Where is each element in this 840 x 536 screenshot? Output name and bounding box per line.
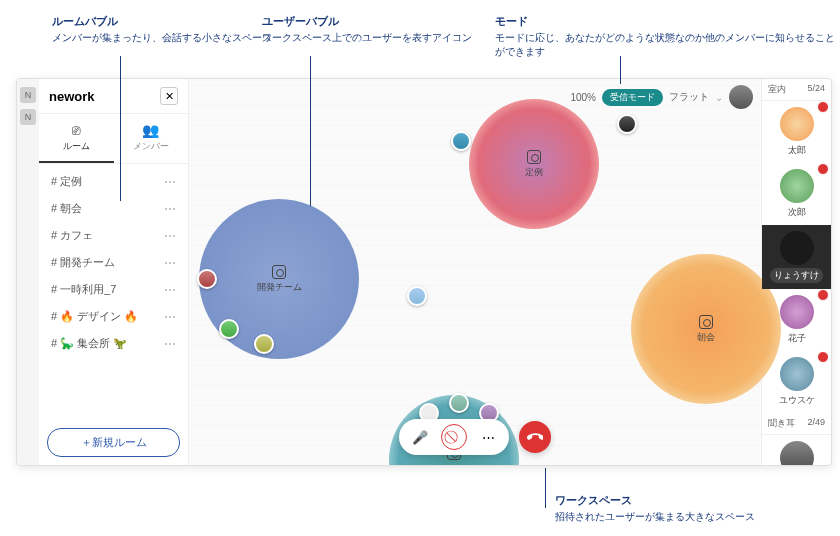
member-item[interactable]: 太郎 (762, 101, 831, 163)
room-icon (272, 265, 286, 279)
tab-rooms[interactable]: ⎚ ルーム (39, 114, 114, 163)
members-icon: 👥 (114, 122, 189, 138)
room-item[interactable]: # 🦕 集会所 🦖⋯ (39, 330, 188, 357)
avatar (780, 169, 814, 203)
nav-rail: N N (17, 79, 39, 465)
member-section-header: 室内5/24 (762, 79, 831, 101)
member-item-active[interactable]: りょうすけ (762, 225, 831, 289)
user-bubble[interactable] (451, 131, 471, 151)
room-item[interactable]: # 一時利用_7⋯ (39, 276, 188, 303)
member-item[interactable]: ユウスケ (762, 351, 831, 413)
close-button[interactable]: ✕ (160, 87, 178, 105)
room-more-icon[interactable]: ⋯ (164, 229, 176, 243)
mic-button[interactable]: 🎤 (409, 426, 431, 448)
rooms-icon: ⎚ (39, 122, 114, 138)
avatar (780, 357, 814, 391)
zoom-level[interactable]: 100% (570, 92, 596, 103)
control-dock: 🎤 ⃠ ⋯ (399, 419, 551, 455)
hangup-button[interactable] (519, 421, 551, 453)
room-item[interactable]: # 開発チーム⋯ (39, 249, 188, 276)
avatar (780, 441, 814, 466)
phone-icon (527, 429, 543, 445)
annotation-mode: モード モードに応じ、あなたがどのような状態なのか他のメンバーに知らせることがで… (495, 14, 840, 59)
nav-workspace-2[interactable]: N (20, 109, 36, 125)
chevron-down-icon[interactable]: ⌄ (715, 92, 723, 103)
room-more-icon[interactable]: ⋯ (164, 283, 176, 297)
member-item[interactable] (762, 435, 831, 466)
room-bubble-morning[interactable]: 朝会 (631, 254, 781, 404)
room-item[interactable]: # カフェ⋯ (39, 222, 188, 249)
user-bubble[interactable] (617, 114, 637, 134)
member-panel: 室内5/24 太郎 次郎 りょうすけ 花子 ユウスケ 聞き耳2/49 (761, 79, 831, 465)
room-list: # 定例⋯ # 朝会⋯ # カフェ⋯ # 開発チーム⋯ # 一時利用_7⋯ # … (39, 164, 188, 420)
room-bubble-teiri[interactable]: 定例 (469, 99, 599, 229)
avatar (780, 107, 814, 141)
room-icon (527, 150, 541, 164)
workspace-canvas[interactable]: 100% 受信モード フラット ⌄ 開発チーム 定例 朝会 カフェ (189, 79, 761, 465)
tab-members[interactable]: 👥 メンバー (114, 114, 189, 163)
room-more-icon[interactable]: ⋯ (164, 175, 176, 189)
room-icon (699, 315, 713, 329)
room-bubble-dev[interactable]: 開発チーム (199, 199, 359, 359)
nav-workspace-1[interactable]: N (20, 87, 36, 103)
room-item[interactable]: # 定例⋯ (39, 168, 188, 195)
room-item[interactable]: # 朝会⋯ (39, 195, 188, 222)
status-badge (817, 163, 829, 175)
annotation-room: ルームバブル メンバーが集まったり、会話する小さなスペース (52, 14, 272, 45)
current-user-avatar[interactable] (729, 85, 753, 109)
user-bubble[interactable] (197, 269, 217, 289)
status-badge (817, 101, 829, 113)
room-more-icon[interactable]: ⋯ (164, 310, 176, 324)
sidebar: nework ✕ ⎚ ルーム 👥 メンバー # 定例⋯ # 朝会⋯ # カフェ⋯… (39, 79, 189, 465)
avatar (780, 231, 814, 265)
user-bubble[interactable] (254, 334, 274, 354)
avatar (780, 295, 814, 329)
more-button[interactable]: ⋯ (477, 426, 499, 448)
room-item[interactable]: # 🔥 デザイン 🔥⋯ (39, 303, 188, 330)
mode-select[interactable]: フラット (669, 90, 709, 104)
mode-pill[interactable]: 受信モード (602, 89, 663, 106)
new-room-button[interactable]: ＋新規ルーム (47, 428, 180, 457)
dock-group: 🎤 ⃠ ⋯ (399, 419, 509, 455)
user-bubble[interactable] (449, 393, 469, 413)
app-name: nework (49, 89, 95, 104)
room-more-icon[interactable]: ⋯ (164, 256, 176, 270)
annotation-user: ユーザーバブル ワークスペース上でのユーザーを表すアイコン (262, 14, 472, 45)
member-item[interactable]: 次郎 (762, 163, 831, 225)
user-bubble[interactable] (219, 319, 239, 339)
member-item[interactable]: 花子 (762, 289, 831, 351)
room-more-icon[interactable]: ⋯ (164, 337, 176, 351)
room-more-icon[interactable]: ⋯ (164, 202, 176, 216)
topbar: 100% 受信モード フラット ⌄ (570, 85, 753, 109)
sidebar-tabs: ⎚ ルーム 👥 メンバー (39, 114, 188, 164)
status-badge (817, 351, 829, 363)
camera-off-button[interactable]: ⃠ (441, 424, 467, 450)
sidebar-header: nework ✕ (39, 79, 188, 114)
member-section-header: 聞き耳2/49 (762, 413, 831, 435)
status-badge (817, 289, 829, 301)
app-window: N N nework ✕ ⎚ ルーム 👥 メンバー # 定例⋯ # 朝会⋯ # … (16, 78, 832, 466)
annotation-workspace: ワークスペース 招待されたユーザーが集まる大きなスペース (555, 493, 755, 524)
user-bubble[interactable] (407, 286, 427, 306)
